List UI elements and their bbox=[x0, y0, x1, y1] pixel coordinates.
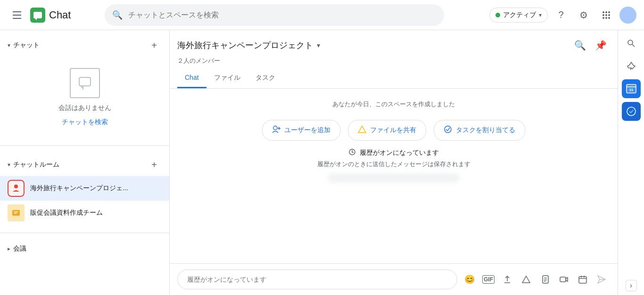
chat-search-button[interactable]: 🔍 bbox=[570, 36, 589, 55]
svg-marker-21 bbox=[358, 126, 366, 133]
add-room-button[interactable]: + bbox=[147, 157, 162, 172]
document-icon bbox=[540, 275, 550, 284]
room-avatar-0 bbox=[8, 180, 25, 197]
emoji-button[interactable]: 😊 bbox=[461, 271, 478, 288]
empty-chat-text: 会話はありません bbox=[58, 104, 111, 112]
gif-button[interactable]: GIF bbox=[480, 271, 497, 288]
tab-chat[interactable]: Chat bbox=[177, 69, 206, 88]
main-content: 海外旅行キャンペーンプロジェクト ▾ 🔍 📌 ２人のメンバー Chat ファイル… bbox=[170, 30, 618, 295]
svg-point-18 bbox=[273, 126, 277, 130]
rooms-section-label: チャットルーム bbox=[13, 160, 59, 169]
history-clock-icon bbox=[348, 148, 356, 157]
add-chat-button[interactable]: + bbox=[147, 38, 162, 53]
meetings-section-label: 会議 bbox=[13, 244, 26, 253]
room-item-0[interactable]: 海外旅行キャンペーンプロジェ... bbox=[0, 176, 169, 201]
task-icon bbox=[444, 125, 452, 134]
doc-button[interactable] bbox=[537, 271, 553, 288]
settings-icon: ⚙ bbox=[579, 9, 588, 21]
message-input[interactable] bbox=[177, 270, 457, 289]
chat-subtitle: ２人のメンバー bbox=[177, 57, 610, 65]
user-avatar[interactable] bbox=[619, 7, 636, 24]
expand-panel-button[interactable]: › bbox=[626, 280, 637, 291]
rooms-chevron-icon: ▾ bbox=[8, 161, 10, 168]
svg-point-7 bbox=[605, 14, 607, 16]
room-icon-0 bbox=[11, 183, 21, 194]
search-bar[interactable]: 🔍 bbox=[105, 4, 444, 26]
meetings-chevron-icon: ▸ bbox=[8, 245, 10, 252]
assign-task-label: タスクを割り当てる bbox=[456, 126, 515, 135]
clock-icon bbox=[348, 148, 356, 156]
title-chevron-icon[interactable]: ▾ bbox=[317, 42, 320, 49]
hamburger-icon bbox=[13, 11, 21, 19]
add-room-icon: + bbox=[151, 160, 157, 170]
calendar-button[interactable] bbox=[574, 271, 591, 288]
room-name-1: 販促会議資料作成チーム bbox=[30, 209, 103, 217]
chat-section: ▾ チャット + 会話はありません チャットを検索 bbox=[0, 30, 169, 142]
room-item-1[interactable]: 販促会議資料作成チーム bbox=[0, 201, 169, 225]
tasks-app-button[interactable] bbox=[622, 102, 641, 121]
meetings-section: ▸ 会議 bbox=[0, 237, 169, 261]
empty-chat-icon bbox=[70, 68, 100, 98]
svg-point-10 bbox=[605, 17, 607, 19]
app-logo: Chat bbox=[30, 8, 71, 23]
chat-input-area: 😊 GIF bbox=[170, 263, 618, 295]
menu-button[interactable] bbox=[8, 6, 26, 25]
chat-title-left: 海外旅行キャンペーンプロジェクト ▾ bbox=[177, 40, 320, 51]
search-chat-link[interactable]: チャットを検索 bbox=[62, 118, 108, 126]
upload-button[interactable] bbox=[499, 271, 516, 288]
share-file-button[interactable]: ファイルを共有 bbox=[348, 120, 426, 141]
room-name-0: 海外旅行キャンペーンプロジェ... bbox=[30, 184, 128, 193]
main-layout: ▾ チャット + 会話はありません チャットを検索 bbox=[0, 30, 644, 295]
upload-icon bbox=[503, 275, 512, 284]
assign-task-button[interactable]: タスクを割り当てる bbox=[434, 120, 525, 141]
input-actions: 😊 GIF bbox=[461, 271, 610, 288]
drive-button[interactable] bbox=[518, 271, 535, 288]
chat-section-header[interactable]: ▾ チャット + bbox=[0, 34, 169, 57]
add-user-button[interactable]: ユーザーを追加 bbox=[262, 120, 340, 141]
send-button[interactable] bbox=[593, 271, 610, 288]
space-created-message: あなたが今日、このスペースを作成しました bbox=[177, 100, 610, 109]
blurred-message bbox=[328, 173, 460, 183]
rooms-section-title-row: ▾ チャットルーム bbox=[8, 160, 59, 169]
chat-section-label: チャット bbox=[13, 41, 40, 50]
room-icon-1 bbox=[11, 208, 21, 218]
svg-point-3 bbox=[603, 11, 604, 13]
strip-search-button[interactable] bbox=[622, 34, 641, 53]
svg-marker-32 bbox=[566, 278, 568, 281]
svg-point-9 bbox=[603, 17, 604, 19]
top-header: Chat 🔍 アクティブ ▾ ? ⚙ bbox=[0, 0, 644, 30]
assign-task-icon bbox=[444, 125, 452, 135]
history-sub-text: 履歴がオンのときに送信したメッセージは保存されます bbox=[317, 160, 471, 169]
chat-pin-button[interactable]: 📌 bbox=[591, 36, 610, 55]
app-title: Chat bbox=[49, 9, 71, 21]
svg-point-6 bbox=[603, 14, 604, 16]
video-button[interactable] bbox=[555, 271, 572, 288]
rooms-section-header[interactable]: ▾ チャットルーム + bbox=[0, 153, 169, 176]
help-button[interactable]: ? bbox=[552, 6, 570, 25]
status-dot bbox=[495, 13, 500, 17]
tab-files[interactable]: ファイル bbox=[206, 69, 248, 88]
rooms-section: ▾ チャットルーム + 海外旅行キャンペーンプロジェ... bbox=[0, 150, 169, 229]
tab-tasks[interactable]: タスク bbox=[248, 69, 283, 88]
right-strip: 31 › bbox=[618, 30, 644, 295]
status-text: アクティブ bbox=[503, 11, 536, 19]
chat-header: 海外旅行キャンペーンプロジェクト ▾ 🔍 📌 ２人のメンバー Chat ファイル… bbox=[170, 30, 618, 89]
header-actions: アクティブ ▾ ? ⚙ bbox=[489, 6, 636, 25]
expand-icon: › bbox=[630, 281, 632, 290]
chat-body: あなたが今日、このスペースを作成しました ユーザーを追加 bbox=[170, 89, 618, 263]
svg-line-39 bbox=[632, 44, 635, 47]
calendar-app-button[interactable]: 31 bbox=[622, 79, 641, 98]
apps-button[interactable] bbox=[597, 6, 616, 25]
room-avatar-1 bbox=[8, 204, 25, 221]
search-input[interactable] bbox=[128, 11, 437, 19]
empty-chat-area: 会話はありません チャットを検索 bbox=[0, 57, 169, 138]
settings-button[interactable]: ⚙ bbox=[574, 6, 593, 25]
add-person-icon bbox=[272, 126, 281, 133]
strip-pin-button[interactable] bbox=[622, 57, 641, 76]
svg-point-22 bbox=[445, 126, 451, 133]
meetings-section-header[interactable]: ▸ 会議 bbox=[0, 241, 169, 257]
history-row: 履歴がオンになっています bbox=[348, 148, 439, 157]
svg-marker-26 bbox=[522, 276, 530, 283]
status-badge[interactable]: アクティブ ▾ bbox=[489, 8, 548, 23]
drive-icon bbox=[358, 125, 366, 134]
